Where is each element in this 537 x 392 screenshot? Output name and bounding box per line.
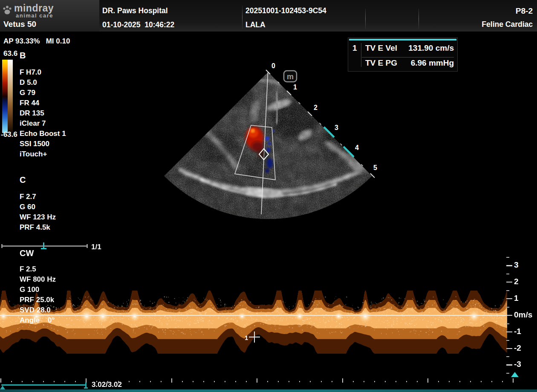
b-mode-sector-image[interactable]: 0 1 2 3 4 5 m [149,55,392,226]
mindray-watermark-logo: m [284,71,297,82]
time-tick-minor [396,381,396,382]
time-tick-minor [289,381,289,382]
time-tick-minor [267,381,268,382]
time-tick-minor [481,381,482,382]
velocity-scale-label: -1 [514,327,537,336]
scale-tick-minor [506,257,509,258]
cw-param-gain: G 100 [20,285,39,296]
measurement-result-box[interactable]: 1 TV E Vel 131.90 cm/s TV E PG 6.96 mmHg [348,37,458,72]
b-param-depth: D 5.0 [20,78,37,89]
velocity-scale-label: 1 [514,294,537,303]
b-param-frame-rate: FR 44 [20,99,39,109]
measurement-box-accent-bar [349,39,456,40]
scale-tick-minor [506,323,509,324]
cw-param-svd: SVD 28.0 [20,306,51,316]
scale-tick-major [506,364,512,366]
topbar-divider [242,6,243,29]
caliper-index-label: 1 [245,334,248,341]
exam-preset: Feline Cardiac [482,20,533,29]
time-tick-minor [332,381,332,382]
scale-tick-major [506,282,512,283]
measurement-value: 131.90 cm/s [408,43,454,53]
time-tick-minor [310,381,311,382]
baseline-position-marker[interactable] [511,372,519,377]
b-param-echo-boost: Echo Boost 1 [20,130,66,140]
acoustic-status-line: AP 93.33%MI 0.10 [3,37,70,46]
cine-slider-handle-base[interactable] [41,248,46,249]
cine-slider[interactable] [0,241,102,251]
scale-tick-minor [506,290,509,291]
brand-area: mindray animal care Vetus 50 [0,0,99,32]
time-tick-minor [139,381,140,382]
topbar-divider [419,9,419,29]
measurement-name: TV E PG [365,58,397,68]
scale-tick-major [506,298,512,300]
measurement-box-vdivider [361,43,361,67]
scale-tick-major [506,315,512,316]
c-param-frequency: F 2.7 [20,193,36,203]
depth-label: 0 [271,62,275,69]
brand-subline: animal care [16,12,53,19]
topbar-divider [365,9,366,29]
c-param-prf: PRF 4.5k [20,223,50,233]
scale-tick-minor [506,340,509,341]
time-tick-minor [150,381,151,382]
cw-param-wall-filter: WF 800 Hz [20,275,56,285]
time-tick-minor [203,381,204,382]
top-bar: mindray animal care Vetus 50 DR. Paws Ho… [0,0,537,32]
time-tick-minor [225,381,225,382]
scale-tick-major [506,348,512,349]
time-tick-major [171,378,172,383]
velocity-scale-label: 2 [514,277,537,286]
svg-text:m: m [287,72,294,81]
time-tick-minor [491,381,492,382]
sweep-progress-end-base [84,387,88,389]
c-param-gain: G 60 [20,203,35,213]
time-tick-minor [214,381,215,382]
time-tick-major [257,378,257,383]
measurement-value: 6.96 mmHg [411,58,454,68]
sweep-progress-bar[interactable] [0,382,102,390]
b-param-iclear: iClear 7 [20,119,46,130]
sweep-time-counter: 3.02/3.02 [92,380,122,389]
time-tick-minor [438,381,439,382]
time-tick-major [427,378,428,383]
time-tick-minor [235,381,236,382]
system-model: Vetus 50 [3,20,36,29]
scale-tick-minor [506,274,509,274]
bottom-accent-strip [0,389,537,392]
cine-slider-track[interactable] [1,245,88,247]
cw-param-frequency: F 2.5 [20,265,36,275]
cw-param-prf: PRF 25.0k [20,296,54,306]
cw-mode-header: CW [20,248,34,258]
scale-tick-minor [506,373,509,374]
patient-name: LALA [245,20,266,29]
scale-tick-minor [506,307,509,308]
colorbar-max-label: 63.6 [3,49,17,58]
exam-id: 20251001-102453-9C54 [245,6,326,15]
caliper-cross-v [254,331,255,343]
date-time: 01-10-2025 10:46:22 [102,20,174,29]
velocity-scale-label: 0m/s [514,310,537,320]
cine-slider-left-cap [1,244,3,248]
time-tick-minor [129,381,130,382]
depth-label: 1 [293,84,297,91]
time-tick-minor [353,381,354,382]
depth-label: 2 [314,104,318,111]
c-param-wall-filter: WF 123 Hz [20,213,56,223]
time-tick-minor [321,381,322,382]
time-tick-minor [364,381,364,382]
cw-param-angle: Angle 0° [20,316,55,326]
gray-map-bar [8,60,13,135]
colorbar-min-label: -63.6 [1,130,17,139]
sweep-progress-line [1,384,86,386]
measurement-caliper[interactable]: 1 [243,330,268,345]
scale-tick-major [506,331,512,333]
scale-tick-major [506,265,512,266]
b-param-frequency: F H7.0 [20,68,41,78]
measurement-box-hdivider [362,57,454,58]
depth-label: 4 [355,144,359,151]
time-tick-minor [449,381,450,382]
acoustic-power: AP 93.33% [3,37,40,45]
spectral-doppler-trace[interactable] [0,255,507,383]
